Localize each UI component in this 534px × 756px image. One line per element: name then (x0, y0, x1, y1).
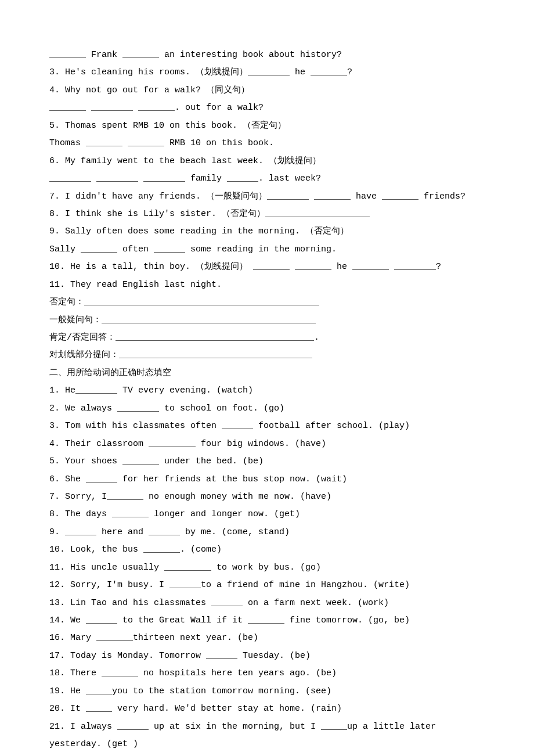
exercise-line: 22. She _______ swim very well when she … (49, 754, 485, 757)
exercise-line: 10. Look, the bus _______. (come) (49, 541, 485, 559)
exercise-line: 1. He________ TV every evening. (watch) (49, 382, 485, 399)
exercise-line: 20. It _____ very hard. We'd better stay… (49, 700, 485, 718)
exercise-line: 14. We ______ to the Great Wall if it __… (49, 612, 485, 629)
exercise-line: 12. Sorry, I'm busy. I ______to a friend… (49, 577, 485, 594)
exercise-line: 19. He _____you to the station tomorrow … (49, 683, 485, 700)
exercise-line: 4. Their classroom _________ four big wi… (49, 435, 485, 453)
document-page: _______ Frank _______ an interesting boo… (0, 0, 534, 756)
exercise-line: Sally _______ often ______ some reading … (49, 241, 485, 258)
exercise-line: 一般疑问句：__________________________________… (49, 312, 485, 329)
exercise-line: 否定句：____________________________________… (49, 294, 485, 311)
exercise-line: 16. Mary _______thirteen next year. (be) (49, 629, 485, 647)
exercise-line: _______ ________ _______. out for a walk… (49, 99, 485, 117)
exercise-line: 6. She ______ for her friends at the bus… (49, 471, 485, 488)
exercise-line: 9. ______ here and ______ by me. (come, … (49, 524, 485, 541)
exercise-line: 对划线部分提问：________________________________… (49, 347, 485, 364)
exercise-line: 4. Why not go out for a walk? （同义句） (49, 82, 485, 99)
exercise-line: 7. Sorry, I_______ no enough money with … (49, 488, 485, 506)
exercise-line: 18. There _______ no hospitals here ten … (49, 665, 485, 682)
section-heading: 二、用所给动词的正确时态填空 (49, 365, 485, 382)
exercise-line: Thomas _______ _______ RMB 10 on this bo… (49, 135, 485, 152)
exercise-line: 5. Thomas spent RMB 10 on this book. （否定… (49, 117, 485, 135)
exercise-line: 11. His uncle usually _________ to work … (49, 559, 485, 577)
exercise-line: _______ Frank _______ an interesting boo… (49, 46, 485, 64)
exercise-line: 9. Sally often does some reading in the … (49, 223, 485, 240)
exercise-line: 11. They read English last night. (49, 276, 485, 294)
exercise-line: 8. The days _______ longer and longer no… (49, 506, 485, 523)
exercise-line: 10. He is a tall, thin boy. （划线提问） _____… (49, 258, 485, 276)
exercise-line: 13. Lin Tao and his classmates ______ on… (49, 595, 485, 612)
exercise-line: 8. I think she is Lily's sister. （否定句）__… (49, 206, 485, 223)
exercise-line: ________ ________ ________ family ______… (49, 170, 485, 188)
exercise-line: 17. Today is Monday. Tomorrow ______ Tue… (49, 647, 485, 665)
exercise-line: 肯定/否定回答：________________________________… (49, 329, 485, 347)
exercise-line: 5. Your shoes _______ under the bed. (be… (49, 453, 485, 470)
exercise-line: 3. Tom with his classmates often ______ … (49, 417, 485, 435)
exercise-line: 7. I didn't have any friends. （一般疑问句）___… (49, 188, 485, 206)
exercise-line: 6. My family went to the beach last week… (49, 153, 485, 170)
exercise-line: 3. He's cleaning his rooms. （划线提问）______… (49, 64, 485, 81)
exercise-line: 21. I always ______ up at six in the mor… (49, 718, 485, 754)
exercise-line: 2. We always ________ to school on foot.… (49, 400, 485, 417)
